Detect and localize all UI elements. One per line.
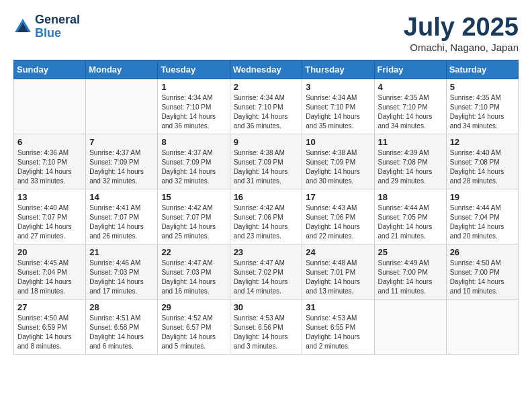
calendar-header-row: SundayMondayTuesdayWednesdayThursdayFrid…: [14, 60, 519, 79]
calendar-cell: 29Sunrise: 4:52 AM Sunset: 6:57 PM Dayli…: [158, 299, 230, 354]
day-info: Sunrise: 4:53 AM Sunset: 6:56 PM Dayligh…: [234, 314, 299, 351]
calendar-cell: 23Sunrise: 4:47 AM Sunset: 7:02 PM Dayli…: [230, 244, 302, 299]
day-info: Sunrise: 4:35 AM Sunset: 7:10 PM Dayligh…: [378, 93, 443, 131]
day-number: 13: [17, 192, 82, 202]
day-number: 15: [161, 192, 226, 202]
day-number: 19: [450, 192, 515, 202]
calendar-week-row: 6Sunrise: 4:36 AM Sunset: 7:10 PM Daylig…: [14, 134, 519, 189]
day-info: Sunrise: 4:42 AM Sunset: 7:06 PM Dayligh…: [234, 203, 299, 241]
calendar-cell: 7Sunrise: 4:37 AM Sunset: 7:09 PM Daylig…: [86, 134, 158, 189]
calendar-week-row: 27Sunrise: 4:50 AM Sunset: 6:59 PM Dayli…: [14, 299, 519, 354]
calendar-cell: 25Sunrise: 4:49 AM Sunset: 7:00 PM Dayli…: [374, 244, 446, 299]
col-header-sunday: Sunday: [14, 60, 86, 79]
day-info: Sunrise: 4:52 AM Sunset: 6:57 PM Dayligh…: [161, 314, 226, 351]
day-info: Sunrise: 4:51 AM Sunset: 6:58 PM Dayligh…: [89, 314, 154, 351]
calendar-cell: 17Sunrise: 4:43 AM Sunset: 7:06 PM Dayli…: [302, 189, 374, 244]
day-info: Sunrise: 4:34 AM Sunset: 7:10 PM Dayligh…: [306, 93, 370, 131]
logo-text: General Blue: [35, 13, 80, 40]
day-info: Sunrise: 4:37 AM Sunset: 7:09 PM Dayligh…: [161, 148, 226, 186]
day-info: Sunrise: 4:34 AM Sunset: 7:10 PM Dayligh…: [161, 93, 226, 131]
calendar-cell: 13Sunrise: 4:40 AM Sunset: 7:07 PM Dayli…: [14, 189, 86, 244]
location: Omachi, Nagano, Japan: [404, 42, 519, 53]
calendar-cell: 26Sunrise: 4:50 AM Sunset: 7:00 PM Dayli…: [446, 244, 518, 299]
calendar-cell: 12Sunrise: 4:40 AM Sunset: 7:08 PM Dayli…: [446, 134, 518, 189]
calendar-cell: 1Sunrise: 4:34 AM Sunset: 7:10 PM Daylig…: [158, 79, 230, 134]
day-info: Sunrise: 4:35 AM Sunset: 7:10 PM Dayligh…: [450, 93, 515, 131]
day-info: Sunrise: 4:39 AM Sunset: 7:08 PM Dayligh…: [378, 148, 443, 186]
day-info: Sunrise: 4:45 AM Sunset: 7:04 PM Dayligh…: [17, 259, 82, 296]
calendar-cell: 21Sunrise: 4:46 AM Sunset: 7:03 PM Dayli…: [86, 244, 158, 299]
col-header-friday: Friday: [374, 60, 446, 79]
day-info: Sunrise: 4:50 AM Sunset: 6:59 PM Dayligh…: [17, 314, 82, 351]
calendar-cell: 19Sunrise: 4:44 AM Sunset: 7:04 PM Dayli…: [446, 189, 518, 244]
page-header: General Blue July 2025 Omachi, Nagano, J…: [13, 13, 519, 53]
day-number: 29: [161, 302, 226, 312]
day-number: 11: [378, 137, 443, 147]
day-info: Sunrise: 4:48 AM Sunset: 7:01 PM Dayligh…: [306, 259, 370, 296]
calendar-cell: 22Sunrise: 4:47 AM Sunset: 7:03 PM Dayli…: [158, 244, 230, 299]
day-number: 27: [17, 302, 82, 312]
day-number: 8: [161, 137, 226, 147]
day-info: Sunrise: 4:36 AM Sunset: 7:10 PM Dayligh…: [17, 148, 82, 186]
day-number: 12: [450, 137, 515, 147]
logo-general: General: [35, 13, 80, 27]
calendar-cell: 3Sunrise: 4:34 AM Sunset: 7:10 PM Daylig…: [302, 79, 374, 134]
calendar-cell: [86, 79, 158, 134]
day-info: Sunrise: 4:38 AM Sunset: 7:09 PM Dayligh…: [234, 148, 299, 186]
day-number: 24: [306, 247, 370, 257]
calendar-cell: 10Sunrise: 4:38 AM Sunset: 7:09 PM Dayli…: [302, 134, 374, 189]
day-number: 31: [306, 302, 370, 312]
logo: General Blue: [13, 13, 80, 40]
calendar-cell: 20Sunrise: 4:45 AM Sunset: 7:04 PM Dayli…: [14, 244, 86, 299]
calendar-cell: 15Sunrise: 4:42 AM Sunset: 7:07 PM Dayli…: [158, 189, 230, 244]
day-info: Sunrise: 4:37 AM Sunset: 7:09 PM Dayligh…: [89, 148, 154, 186]
calendar-week-row: 13Sunrise: 4:40 AM Sunset: 7:07 PM Dayli…: [14, 189, 519, 244]
day-info: Sunrise: 4:47 AM Sunset: 7:03 PM Dayligh…: [161, 259, 226, 296]
day-info: Sunrise: 4:49 AM Sunset: 7:00 PM Dayligh…: [378, 259, 443, 296]
day-info: Sunrise: 4:47 AM Sunset: 7:02 PM Dayligh…: [234, 259, 299, 296]
col-header-wednesday: Wednesday: [230, 60, 302, 79]
calendar-cell: 18Sunrise: 4:44 AM Sunset: 7:05 PM Dayli…: [374, 189, 446, 244]
calendar-cell: 31Sunrise: 4:53 AM Sunset: 6:55 PM Dayli…: [302, 299, 374, 354]
day-number: 21: [89, 247, 154, 257]
day-number: 25: [378, 247, 443, 257]
day-number: 7: [89, 137, 154, 147]
calendar-cell: 28Sunrise: 4:51 AM Sunset: 6:58 PM Dayli…: [86, 299, 158, 354]
day-info: Sunrise: 4:34 AM Sunset: 7:10 PM Dayligh…: [234, 93, 299, 131]
calendar-cell: 8Sunrise: 4:37 AM Sunset: 7:09 PM Daylig…: [158, 134, 230, 189]
day-info: Sunrise: 4:53 AM Sunset: 6:55 PM Dayligh…: [306, 314, 370, 351]
day-info: Sunrise: 4:44 AM Sunset: 7:05 PM Dayligh…: [378, 203, 443, 241]
day-number: 2: [234, 82, 299, 92]
day-number: 10: [306, 137, 370, 147]
calendar-week-row: 20Sunrise: 4:45 AM Sunset: 7:04 PM Dayli…: [14, 244, 519, 299]
day-number: 4: [378, 82, 443, 92]
calendar-cell: 2Sunrise: 4:34 AM Sunset: 7:10 PM Daylig…: [230, 79, 302, 134]
calendar-cell: 30Sunrise: 4:53 AM Sunset: 6:56 PM Dayli…: [230, 299, 302, 354]
calendar-week-row: 1Sunrise: 4:34 AM Sunset: 7:10 PM Daylig…: [14, 79, 519, 134]
day-number: 26: [450, 247, 515, 257]
day-number: 9: [234, 137, 299, 147]
day-info: Sunrise: 4:38 AM Sunset: 7:09 PM Dayligh…: [306, 148, 370, 186]
day-info: Sunrise: 4:42 AM Sunset: 7:07 PM Dayligh…: [161, 203, 226, 241]
day-info: Sunrise: 4:40 AM Sunset: 7:08 PM Dayligh…: [450, 148, 515, 186]
day-number: 6: [17, 137, 82, 147]
calendar: SundayMondayTuesdayWednesdayThursdayFrid…: [13, 60, 519, 355]
calendar-cell: [14, 79, 86, 134]
calendar-cell: 16Sunrise: 4:42 AM Sunset: 7:06 PM Dayli…: [230, 189, 302, 244]
day-number: 5: [450, 82, 515, 92]
day-info: Sunrise: 4:41 AM Sunset: 7:07 PM Dayligh…: [89, 203, 154, 241]
col-header-tuesday: Tuesday: [158, 60, 230, 79]
calendar-cell: 11Sunrise: 4:39 AM Sunset: 7:08 PM Dayli…: [374, 134, 446, 189]
calendar-cell: 14Sunrise: 4:41 AM Sunset: 7:07 PM Dayli…: [86, 189, 158, 244]
day-info: Sunrise: 4:43 AM Sunset: 7:06 PM Dayligh…: [306, 203, 370, 241]
day-info: Sunrise: 4:44 AM Sunset: 7:04 PM Dayligh…: [450, 203, 515, 241]
calendar-cell: 6Sunrise: 4:36 AM Sunset: 7:10 PM Daylig…: [14, 134, 86, 189]
calendar-cell: 5Sunrise: 4:35 AM Sunset: 7:10 PM Daylig…: [446, 79, 518, 134]
calendar-cell: 24Sunrise: 4:48 AM Sunset: 7:01 PM Dayli…: [302, 244, 374, 299]
day-number: 23: [234, 247, 299, 257]
month-title: July 2025: [404, 13, 519, 42]
day-number: 17: [306, 192, 370, 202]
col-header-monday: Monday: [86, 60, 158, 79]
col-header-thursday: Thursday: [302, 60, 374, 79]
day-number: 14: [89, 192, 154, 202]
